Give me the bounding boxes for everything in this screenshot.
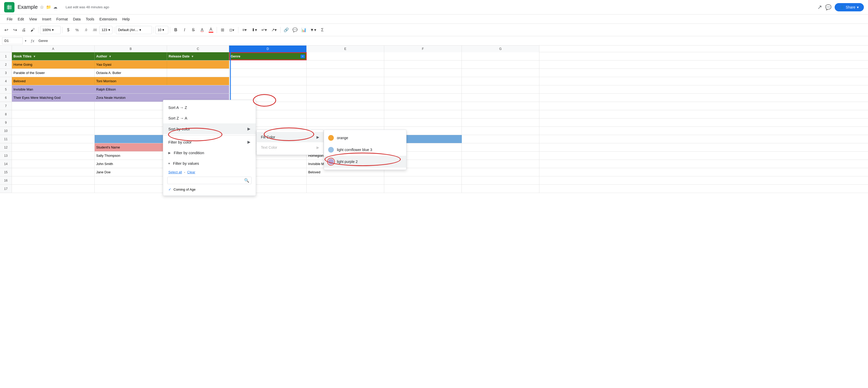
zoom-dropdown[interactable]: 100% ▾ <box>40 26 61 34</box>
merge-button[interactable]: ⊡▾ <box>227 26 237 34</box>
cell-c1[interactable]: Release Date ▼ <box>167 52 229 60</box>
cell-e4[interactable] <box>307 77 384 85</box>
cell-e5[interactable] <box>307 85 384 93</box>
cell-c5[interactable] <box>167 85 229 93</box>
cell-d5[interactable] <box>229 85 307 93</box>
ctx-item-sort-az[interactable]: Sort A → Z <box>163 102 256 113</box>
ctx-item-sort-by-color[interactable]: Sort by color ▶ <box>163 123 256 134</box>
cell-f3[interactable] <box>384 69 462 77</box>
redo-button[interactable]: ↪ <box>11 26 19 34</box>
link-button[interactable]: 🔗 <box>282 26 290 34</box>
menu-item-insert[interactable]: Insert <box>39 16 54 22</box>
ctx-item-filter-by-values[interactable]: ▾ Filter by values <box>163 158 256 169</box>
col-header-a[interactable]: A <box>12 46 95 52</box>
cell-g2[interactable] <box>462 61 539 68</box>
cell-a4[interactable]: Beloved <box>12 77 95 85</box>
col-header-e[interactable]: E <box>307 46 384 52</box>
folder-icon[interactable]: 📁 <box>46 5 51 9</box>
col-header-b[interactable]: B <box>95 46 167 52</box>
ctx-item-filter-by-condition[interactable]: ▶ Filter by condition <box>163 147 256 158</box>
cell-a5[interactable]: Invisible Man <box>12 85 95 93</box>
paint-format-button[interactable]: 🖌 <box>28 26 37 34</box>
cell-e3[interactable] <box>307 69 384 77</box>
strikethrough-button[interactable]: S <box>189 26 197 34</box>
sum-button[interactable]: Σ <box>318 26 327 34</box>
menu-item-data[interactable]: Data <box>70 16 83 22</box>
bold-button[interactable]: B <box>172 26 180 34</box>
font-dropdown[interactable]: Default (Ari… ▾ <box>116 26 152 34</box>
cell-a1[interactable]: Book Titles ▼ <box>12 52 95 60</box>
formula-dropdown-icon[interactable]: ▾ <box>25 39 26 43</box>
col-header-d[interactable]: D <box>229 46 307 52</box>
cell-g4[interactable] <box>462 77 539 85</box>
cell-d2[interactable] <box>229 61 307 68</box>
filter-item-coming-of-age[interactable]: ✓ Coming of Age <box>163 185 256 193</box>
cell-b6[interactable]: Zora Neale Hurston <box>95 94 167 102</box>
color-item-cornflower[interactable]: light cornflower blue 3 <box>324 144 406 156</box>
cell-f4[interactable] <box>384 77 462 85</box>
select-all-link[interactable]: Select all <box>168 170 182 174</box>
cell-c4[interactable] <box>167 77 229 85</box>
underline-button[interactable]: A <box>198 26 206 34</box>
col-header-g[interactable]: G <box>462 46 539 52</box>
cell-e2[interactable] <box>307 61 384 68</box>
fill-color-button[interactable]: A <box>207 26 215 34</box>
cell-b4[interactable]: Toni Morrison <box>95 77 167 85</box>
cell-g5[interactable] <box>462 85 539 93</box>
color-item-orange[interactable]: orange <box>324 132 406 144</box>
filter-icon-c1[interactable]: ▼ <box>191 55 194 58</box>
comments-icon[interactable]: 💬 <box>825 4 832 10</box>
undo-button[interactable]: ↩ <box>2 26 10 34</box>
cell-g3[interactable] <box>462 69 539 77</box>
cell-f2[interactable] <box>384 61 462 68</box>
menu-item-edit[interactable]: Edit <box>15 16 27 22</box>
cloud-icon[interactable]: ☁ <box>53 5 57 9</box>
filter-button[interactable]: ▼▾ <box>308 26 318 34</box>
cell-c2[interactable] <box>167 61 229 68</box>
cell-e1[interactable] <box>307 52 384 60</box>
color-item-purple[interactable]: light purple 2 <box>324 156 406 168</box>
cell-e6[interactable] <box>307 94 384 102</box>
italic-button[interactable]: I <box>181 26 189 34</box>
trending-icon[interactable]: ↗ <box>817 4 822 10</box>
menu-item-extensions[interactable]: Extensions <box>97 16 120 22</box>
print-button[interactable]: 🖨 <box>20 26 28 34</box>
filter-search-input[interactable] <box>169 178 244 182</box>
cell-b3[interactable]: Octavia A. Butler <box>95 69 167 77</box>
share-button[interactable]: 👤 Share ▾ <box>835 3 864 11</box>
filter-icon-d1[interactable]: ▼ <box>301 55 305 58</box>
text-color-item[interactable]: Text Color ▶ <box>257 142 323 153</box>
cell-d4[interactable] <box>229 77 307 85</box>
text-rotation-button[interactable]: ↗▾ <box>270 26 279 34</box>
cell-f5[interactable] <box>384 85 462 93</box>
decimal-increase-button[interactable]: .00 <box>91 26 99 34</box>
cell-a2[interactable]: Home Going <box>12 61 95 68</box>
cell-a6[interactable]: Their Eyes Were Watching God <box>12 94 95 102</box>
clear-link[interactable]: Clear <box>187 170 195 174</box>
cell-f6[interactable] <box>384 94 462 102</box>
cell-f1[interactable] <box>384 52 462 60</box>
percent-button[interactable]: % <box>73 26 81 34</box>
cell-d3[interactable] <box>229 69 307 77</box>
menu-item-format[interactable]: Format <box>54 16 70 22</box>
star-icon[interactable]: ☆ <box>40 4 44 10</box>
cell-b1[interactable]: Author ▼ <box>95 52 167 60</box>
menu-item-file[interactable]: File <box>4 16 15 22</box>
filter-search-box[interactable]: 🔍 <box>167 177 252 184</box>
h-align-button[interactable]: ≡▾ <box>240 26 249 34</box>
font-size-dropdown[interactable]: 10 ▾ <box>155 26 168 34</box>
text-wrap-button[interactable]: ↵▾ <box>259 26 269 34</box>
cell-d1[interactable]: Genre ▼ <box>229 52 307 60</box>
cell-a3[interactable]: Parable of the Sower <box>12 69 95 77</box>
comment-button[interactable]: 💬 <box>291 26 299 34</box>
chart-button[interactable]: 📊 <box>300 26 308 34</box>
menu-item-view[interactable]: View <box>27 16 39 22</box>
borders-button[interactable]: ⊞ <box>218 26 227 34</box>
cell-g1[interactable] <box>462 52 539 60</box>
v-align-button[interactable]: ⬍▾ <box>250 26 259 34</box>
col-header-c[interactable]: C <box>167 46 229 52</box>
filter-icon-b1[interactable]: ▼ <box>109 55 112 58</box>
filter-icon-a1[interactable]: ▼ <box>33 55 36 58</box>
ctx-item-sort-za[interactable]: Sort Z → A <box>163 113 256 123</box>
ctx-item-filter-by-color[interactable]: Filter by color ▶ <box>163 137 256 147</box>
